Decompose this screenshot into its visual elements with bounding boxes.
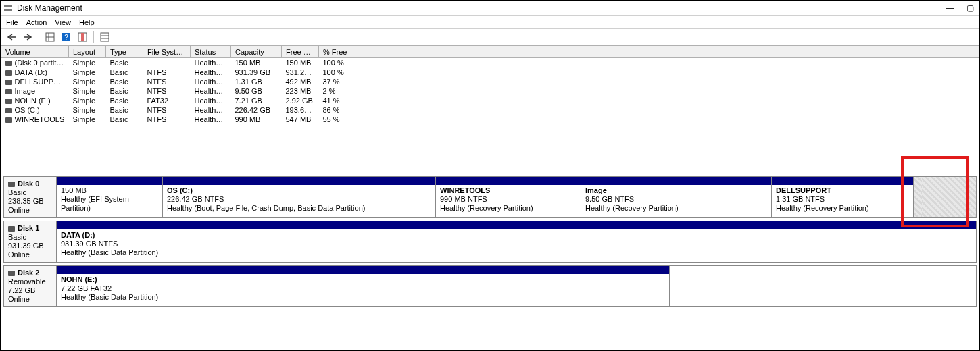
table-row[interactable]: DELLSUPPORTSimpleBasicNTFSHealthy (R...1… — [1, 77, 979, 86]
volume-table[interactable]: Volume Layout Type File System Status Ca… — [1, 45, 979, 124]
menu-view[interactable]: View — [55, 18, 71, 26]
col-pct[interactable]: % Free — [319, 46, 366, 58]
volume-icon — [5, 99, 12, 104]
disk-0-part-os[interactable]: OS (C:) 226.42 GB NTFS Healthy (Boot, Pa… — [163, 177, 436, 217]
disk-2-type: Removable — [8, 277, 52, 286]
menu-file[interactable]: File — [6, 18, 18, 26]
volume-list-pane: Volume Layout Type File System Status Ca… — [1, 45, 979, 173]
table-row[interactable]: DATA (D:)SimpleBasicNTFSHealthy (B...931… — [1, 68, 979, 77]
minimize-button[interactable]: — — [946, 3, 954, 13]
disk-0-part-image[interactable]: Image 9.50 GB NTFS Healthy (Recovery Par… — [581, 177, 772, 217]
svg-rect-0 — [4, 5, 12, 7]
disk-2-state: Online — [8, 295, 52, 304]
disk-1-part-data[interactable]: DATA (D:) 931.39 GB NTFS Healthy (Basic … — [57, 221, 976, 262]
table-row[interactable]: WINRETOOLSSimpleBasicNTFSHealthy (R...99… — [1, 115, 979, 124]
volume-icon — [5, 108, 12, 113]
disk-0-gap-1[interactable] — [914, 177, 922, 217]
col-status[interactable]: Status — [191, 46, 231, 58]
table-row[interactable]: OS (C:)SimpleBasicNTFSHealthy (B...226.4… — [1, 105, 979, 115]
graphical-view: Disk 0 Basic 238.35 GB Online 150 MB Hea… — [1, 176, 979, 307]
volume-icon — [5, 80, 12, 85]
disk-0-header[interactable]: Disk 0 Basic 238.35 GB Online — [4, 177, 57, 217]
maximize-button[interactable]: ▢ — [966, 3, 974, 13]
hdd-icon — [8, 182, 15, 187]
forward-button[interactable] — [21, 30, 34, 44]
disk-2-part-nohn[interactable]: NOHN (E:) 7.22 GB FAT32 Healthy (Basic D… — [57, 266, 670, 306]
svg-rect-9 — [101, 33, 109, 41]
disk-0-size: 238.35 GB — [8, 197, 52, 206]
volume-icon — [5, 61, 12, 66]
disk-2-empty — [670, 266, 976, 306]
disk-2-block[interactable]: Disk 2 Removable 7.22 GB Online NOHN (E:… — [3, 265, 977, 307]
col-filesystem[interactable]: File System — [143, 46, 191, 58]
disk-0-block[interactable]: Disk 0 Basic 238.35 GB Online 150 MB Hea… — [3, 176, 977, 218]
disk-1-block[interactable]: Disk 1 Basic 931.39 GB Online DATA (D:) … — [3, 221, 977, 263]
volume-icon — [5, 117, 12, 123]
disk-2-header[interactable]: Disk 2 Removable 7.22 GB Online — [4, 266, 57, 306]
titlebar: Disk Management — ▢ — [1, 1, 979, 16]
disk-0-unallocated[interactable] — [922, 177, 976, 217]
volume-icon — [5, 70, 12, 76]
back-button[interactable] — [5, 30, 18, 44]
svg-rect-8 — [81, 33, 84, 41]
settings-button[interactable] — [76, 30, 89, 44]
menubar: File Action View Help — [1, 16, 979, 29]
col-capacity[interactable]: Capacity — [231, 46, 282, 58]
disk-0-part-efi[interactable]: 150 MB Healthy (EFI System Partition) — [57, 177, 163, 217]
svg-rect-1 — [4, 9, 12, 11]
disk-1-name: Disk 1 — [18, 224, 39, 233]
disk-1-size: 931.39 GB — [8, 242, 52, 250]
col-free[interactable]: Free Spa... — [282, 46, 319, 58]
disk-1-header[interactable]: Disk 1 Basic 931.39 GB Online — [4, 221, 57, 262]
app-icon — [3, 3, 13, 13]
table-row[interactable]: NOHN (E:)SimpleBasicFAT32Healthy (B...7.… — [1, 96, 979, 105]
toolbar-separator-2 — [93, 31, 94, 43]
table-header-row[interactable]: Volume Layout Type File System Status Ca… — [1, 46, 979, 58]
disk-2-name: Disk 2 — [18, 269, 39, 277]
hdd-icon — [8, 226, 15, 232]
col-type[interactable]: Type — [106, 46, 143, 58]
window-title: Disk Management — [17, 3, 946, 13]
volume-icon — [5, 89, 12, 94]
disk-0-state: Online — [8, 206, 52, 215]
toolbar-separator — [39, 31, 39, 43]
toolbar: ? — [1, 29, 979, 45]
disk-2-size: 7.22 GB — [8, 286, 52, 295]
disk-0-name: Disk 0 — [18, 180, 39, 188]
help-button[interactable]: ? — [59, 30, 73, 44]
disk-0-type: Basic — [8, 188, 52, 197]
col-volume[interactable]: Volume — [1, 46, 69, 58]
col-spacer — [366, 46, 979, 58]
hdd-icon — [8, 271, 15, 276]
disk-0-part-winretools[interactable]: WINRETOOLS 990 MB NTFS Healthy (Recovery… — [436, 177, 581, 217]
menu-help[interactable]: Help — [79, 18, 95, 26]
show-hide-tree-button[interactable] — [43, 30, 57, 44]
svg-text:?: ? — [64, 34, 68, 41]
disk-1-type: Basic — [8, 233, 52, 242]
col-layout[interactable]: Layout — [69, 46, 106, 58]
disk-1-state: Online — [8, 250, 52, 259]
table-row[interactable]: ImageSimpleBasicNTFSHealthy (R...9.50 GB… — [1, 86, 979, 96]
menu-action[interactable]: Action — [26, 18, 47, 26]
table-row[interactable]: (Disk 0 partition 1)SimpleBasicHealthy (… — [1, 58, 979, 68]
list-view-button[interactable] — [98, 30, 112, 44]
disk-0-part-dellsupport[interactable]: DELLSUPPORT 1.31 GB NTFS Healthy (Recove… — [772, 177, 914, 217]
